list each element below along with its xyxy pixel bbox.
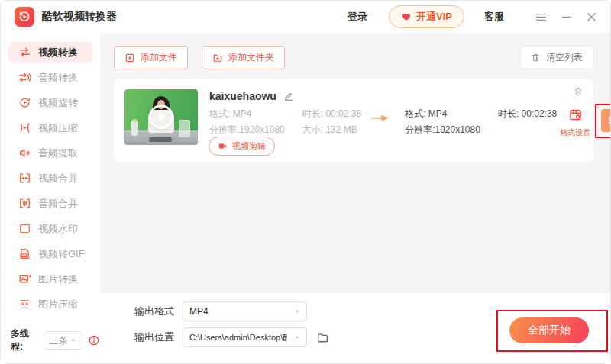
start-all-button[interactable]: 全部开始 — [509, 317, 589, 343]
add-file-button[interactable]: 添加文件 — [114, 46, 188, 69]
output-location-select[interactable]: C:\Users\admin\Desktop\酷软视频转 — [183, 327, 307, 347]
chevron-down-icon — [70, 337, 76, 343]
target-duration: 时长: 00:02:38 — [498, 109, 557, 118]
sidebar-item-audio-extract[interactable]: 音频提取 — [8, 143, 92, 163]
sidebar-label: 图片转换 — [38, 272, 78, 286]
audio-convert-icon — [18, 71, 31, 84]
audio-extract-icon — [18, 147, 31, 159]
convert-arrow-icon — [369, 112, 390, 124]
support-link[interactable]: 客服 — [484, 10, 504, 24]
play-icon[interactable] — [149, 105, 173, 129]
output-format-label: 输出格式 — [134, 304, 183, 318]
sidebar-label: 视频转换 — [38, 46, 78, 60]
svg-text:GIF: GIF — [21, 253, 27, 257]
video-thumbnail[interactable] — [124, 89, 198, 145]
chevron-down-icon — [294, 308, 300, 314]
logo-icon — [18, 10, 31, 24]
close-icon[interactable] — [585, 11, 598, 24]
info-icon[interactable] — [88, 334, 100, 346]
sidebar-item-video-to-gif[interactable]: GIF 视频转GIF — [8, 243, 92, 264]
sidebar-item-video-rotate[interactable]: 视频旋转 — [8, 92, 92, 113]
sidebar-item-video-merge[interactable]: 视频合并 — [8, 168, 92, 188]
source-duration: 时长: 00:02:38 — [302, 109, 361, 118]
minimize-icon[interactable] — [560, 11, 573, 24]
sidebar-item-audio-convert[interactable]: 音频转换 — [8, 67, 92, 88]
file-name: kaixuehaowu — [209, 90, 276, 102]
sidebar-item-video-watermark[interactable]: 视频水印 — [8, 218, 92, 239]
video-watermark-icon — [18, 222, 31, 235]
thumbnail-bottle — [131, 120, 138, 136]
convert-button[interactable]: 转换(极速) — [601, 109, 611, 132]
title-bar: 酷软视频转换器 登录 开通VIP 客服 — [1, 1, 610, 33]
target-resolution: 分辨率:1920x1080 — [405, 125, 480, 134]
video-rotate-icon — [18, 96, 31, 109]
folder-plus-icon — [212, 53, 223, 63]
heart-icon — [401, 11, 412, 22]
edit-name-icon[interactable] — [283, 91, 294, 101]
output-panel: 输出格式 MP4 输出位置 C:\Users\admin\Desktop\酷软视… — [100, 293, 610, 363]
multithread-select[interactable]: 三条 — [44, 331, 83, 350]
sidebar-label: 音频提取 — [38, 147, 78, 160]
login-link[interactable]: 登录 — [348, 10, 367, 24]
sidebar-label: 视频水印 — [38, 222, 78, 236]
target-format: 格式: MP4 — [405, 109, 480, 118]
sidebar-label: 视频转GIF — [38, 247, 85, 261]
output-location-label: 输出位置 — [134, 330, 183, 344]
clear-list-label: 清空列表 — [546, 51, 583, 64]
image-convert-icon — [18, 272, 31, 285]
video-clip-button[interactable]: 视频剪辑 — [209, 137, 275, 156]
audio-merge-icon — [18, 197, 31, 210]
multithread-setting: 多线程: 三条 — [11, 327, 100, 353]
add-folder-label: 添加文件夹 — [228, 51, 274, 64]
app-logo — [15, 7, 34, 27]
sidebar-item-image-convert[interactable]: 图片转换 — [8, 269, 92, 289]
main-area: 添加文件 添加文件夹 清空列表 — [100, 33, 610, 293]
toolbar: 添加文件 添加文件夹 清空列表 — [114, 46, 593, 69]
video-clip-label: 视频剪辑 — [232, 140, 266, 152]
thumbnail-caption — [149, 137, 172, 142]
add-folder-button[interactable]: 添加文件夹 — [202, 46, 285, 69]
thumbnail-box — [179, 120, 190, 137]
sidebar-label: 图片压缩 — [38, 298, 78, 311]
target-info: 格式: MP4 时长: 00:02:38 分辨率:1920x1080 — [405, 109, 557, 134]
menu-icon[interactable] — [535, 11, 548, 24]
format-settings-icon — [568, 108, 583, 122]
source-format: 格式: MP4 — [209, 109, 285, 118]
source-size: 大小: 132 MB — [302, 125, 361, 134]
sidebar-label: 视频旋转 — [38, 96, 78, 110]
clear-list-button[interactable]: 清空列表 — [520, 46, 593, 69]
sidebar-item-image-compress[interactable]: 图片压缩 — [8, 294, 92, 314]
sidebar-item-video-compress[interactable]: 视频压缩 — [8, 118, 92, 138]
video-compress-icon — [18, 121, 31, 134]
thumbnail-bottle-cap — [133, 119, 137, 122]
file-row: kaixuehaowu 格式: MP4 时长: 00:02:38 分辨率:192… — [114, 79, 593, 162]
output-location-value: C:\Users\admin\Desktop\酷软视频转 — [189, 332, 287, 343]
output-format-select[interactable]: MP4 — [183, 301, 307, 321]
format-settings-button[interactable]: 格式设置 — [557, 108, 593, 138]
sidebar-item-video-convert[interactable]: 视频转换 — [8, 42, 92, 63]
vip-button[interactable]: 开通VIP — [389, 5, 464, 28]
source-resolution: 分辨率:1920x1080 — [209, 125, 285, 134]
sidebar-label: 视频压缩 — [38, 121, 78, 135]
format-settings-label: 格式设置 — [557, 127, 593, 138]
open-folder-icon[interactable] — [316, 331, 329, 344]
sidebar-label: 音频合并 — [38, 197, 78, 211]
multithread-label: 多线程: — [11, 327, 38, 353]
source-info: 格式: MP4 时长: 00:02:38 分辨率:1920x1080 大小: 1… — [209, 109, 361, 134]
app-title: 酷软视频转换器 — [42, 10, 117, 24]
file-plus-icon — [124, 53, 135, 63]
vip-label: 开通VIP — [416, 10, 452, 24]
output-format-value: MP4 — [189, 306, 209, 317]
sidebar-item-audio-merge[interactable]: 音频合并 — [8, 193, 92, 214]
camera-icon — [218, 141, 228, 151]
sidebar-label: 音频转换 — [38, 71, 78, 85]
trash-icon — [531, 53, 541, 63]
video-merge-icon — [18, 172, 31, 185]
delete-row-icon[interactable] — [573, 86, 584, 97]
image-compress-icon — [18, 298, 31, 311]
video-convert-icon — [18, 46, 31, 59]
add-file-label: 添加文件 — [141, 51, 177, 64]
multithread-value: 三条 — [50, 334, 68, 347]
video-to-gif-icon: GIF — [18, 247, 31, 260]
chevron-down-icon — [294, 334, 300, 340]
